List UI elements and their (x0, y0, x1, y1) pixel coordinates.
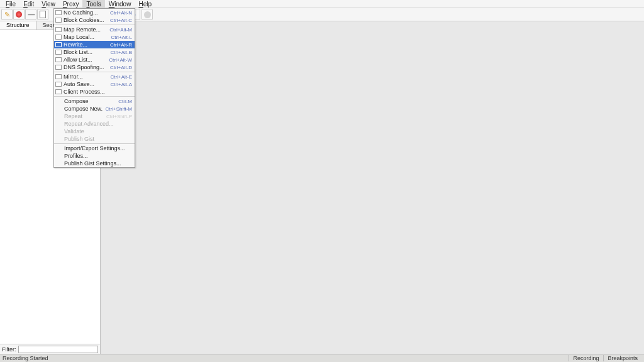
menu-item-shortcut: Ctrl+Alt-R (110, 42, 132, 48)
menu-item-block-list[interactable]: Block List...Ctrl+Alt-B (54, 48, 135, 56)
menu-item-label: DNS Spoofing... (64, 64, 108, 70)
checkbox-icon (55, 35, 62, 40)
menu-item-label: Rewrite... (64, 41, 108, 48)
tab-structure[interactable]: Structure (0, 21, 36, 30)
filter-input[interactable] (18, 346, 99, 353)
menu-item-shortcut: Ctrl+Alt-E (111, 74, 132, 80)
menu-item-auto-save[interactable]: Auto Save...Ctrl+Alt-A (54, 80, 135, 88)
doc-button[interactable] (37, 9, 48, 20)
menu-item-shortcut: Ctrl+Alt-L (111, 35, 132, 40)
menu-item-label: Client Process... (64, 89, 132, 95)
pencil-icon: ✎ (4, 11, 10, 19)
menubar: FileEditViewProxyToolsWindowHelp (0, 0, 644, 8)
menu-item-publish-gist: Publish Gist (54, 135, 135, 143)
menu-item-label: Block Cookies... (64, 17, 108, 23)
menu-item-label: Publish Gist Settings... (64, 160, 132, 167)
menu-item-label: Validate (64, 128, 132, 134)
menu-item-shortcut: Ctrl+Alt-B (111, 50, 132, 55)
menu-item-repeat: RepeatCtrl+Shift-P (54, 112, 135, 120)
menu-item-shortcut: Ctrl+Shift-P (106, 114, 132, 119)
menu-item-label: Auto Save... (64, 81, 108, 87)
menu-item-shortcut: Ctrl+Alt-M (109, 27, 132, 33)
menu-item-allow-list[interactable]: Allow List...Ctrl+Alt-W (54, 56, 135, 63)
edit-pencil-button[interactable]: ✎ (1, 9, 13, 20)
menu-item-block-cookies[interactable]: Block Cookies...Ctrl+Alt-C (54, 16, 135, 24)
menu-proxy[interactable]: Proxy (59, 0, 83, 8)
filter-row: Filter: (0, 344, 100, 354)
pause-icon: ― (28, 11, 34, 18)
status-breakpoints[interactable]: Breakpoints (603, 355, 641, 361)
checkbox-icon (55, 57, 62, 62)
menu-item-shortcut: Ctrl+Shift-M (106, 106, 132, 112)
statusbar: Recording Started RecordingBreakpoints (0, 354, 644, 362)
menu-item-shortcut: Ctrl+Alt-W (109, 57, 132, 63)
checkbox-icon (55, 18, 62, 23)
menu-help[interactable]: Help (135, 0, 155, 8)
menu-item-compose[interactable]: ComposeCtrl-M (54, 97, 135, 105)
menu-item-label: Repeat Advanced... (64, 121, 132, 127)
menu-item-import-export-settings[interactable]: Import/Export Settings... (54, 145, 135, 152)
menu-view[interactable]: View (38, 0, 59, 8)
menu-item-label: Profiles... (64, 153, 132, 159)
checkbox-icon (55, 50, 62, 55)
menu-item-shortcut: Ctrl+Alt-D (110, 65, 132, 70)
checkbox-icon (55, 74, 62, 79)
status-message: Recording Started (3, 355, 48, 361)
menu-item-publish-gist-settings[interactable]: Publish Gist Settings... (54, 160, 135, 167)
menu-item-label: Block List... (64, 49, 108, 55)
menu-item-label: Compose New... (64, 106, 103, 112)
globe-icon (144, 11, 151, 18)
menu-item-compose-new[interactable]: Compose New...Ctrl+Shift-M (54, 105, 135, 112)
detail-pane (101, 21, 644, 354)
status-recording[interactable]: Recording (569, 355, 602, 361)
menu-separator (54, 25, 135, 25)
menu-item-dns-spoofing[interactable]: DNS Spoofing...Ctrl+Alt-D (54, 63, 135, 71)
menu-item-label: No Caching... (64, 9, 108, 16)
menu-separator (54, 72, 135, 72)
status-indicators: RecordingBreakpoints (569, 355, 641, 361)
menu-edit[interactable]: Edit (19, 0, 38, 8)
menu-item-label: Map Local... (64, 34, 108, 40)
menu-item-label: Map Remote... (64, 26, 107, 33)
checkbox-icon (55, 82, 62, 87)
filter-label: Filter: (2, 346, 16, 353)
tools-menu-dropdown: No Caching...Ctrl+Alt-NBlock Cookies...C… (53, 8, 135, 168)
menu-item-repeat-advanced: Repeat Advanced... (54, 120, 135, 128)
menu-item-map-remote[interactable]: Map Remote...Ctrl+Alt-M (54, 26, 135, 33)
menu-item-profiles[interactable]: Profiles... (54, 152, 135, 160)
menu-item-shortcut: Ctrl-M (118, 99, 132, 104)
menu-item-no-caching[interactable]: No Caching...Ctrl+Alt-N (54, 9, 135, 16)
menu-item-rewrite[interactable]: Rewrite...Ctrl+Alt-R (54, 41, 135, 48)
menu-item-label: Publish Gist (64, 136, 132, 142)
menu-window[interactable]: Window (105, 0, 135, 8)
record-icon (16, 11, 22, 18)
menu-file[interactable]: File (2, 0, 19, 8)
menu-item-label: Compose (64, 98, 116, 104)
checkbox-icon (55, 42, 62, 47)
menu-item-label: Mirror... (64, 74, 108, 80)
checkbox-icon (55, 10, 62, 15)
document-icon (40, 11, 46, 18)
menu-item-shortcut: Ctrl+Alt-A (111, 82, 132, 87)
menu-item-map-local[interactable]: Map Local...Ctrl+Alt-L (54, 33, 135, 41)
menu-item-client-process[interactable]: Client Process... (54, 88, 135, 96)
menu-separator (54, 96, 135, 97)
menu-item-label: Allow List... (64, 57, 106, 63)
globe-button[interactable] (142, 9, 153, 20)
checkbox-icon (55, 89, 62, 94)
menu-item-shortcut: Ctrl+Alt-N (110, 10, 132, 16)
separator (49, 9, 53, 20)
record-button[interactable] (13, 9, 25, 20)
pause-button[interactable]: ― (25, 9, 36, 20)
checkbox-icon (55, 27, 62, 32)
checkbox-icon (55, 65, 62, 70)
menu-item-label: Repeat (64, 113, 104, 119)
menu-item-shortcut: Ctrl+Alt-C (110, 18, 132, 23)
menu-separator (54, 143, 135, 144)
menu-item-label: Import/Export Settings... (64, 145, 132, 151)
menu-item-validate: Validate (54, 128, 135, 135)
menu-item-mirror[interactable]: Mirror...Ctrl+Alt-E (54, 73, 135, 80)
menu-tools[interactable]: Tools (82, 0, 104, 8)
